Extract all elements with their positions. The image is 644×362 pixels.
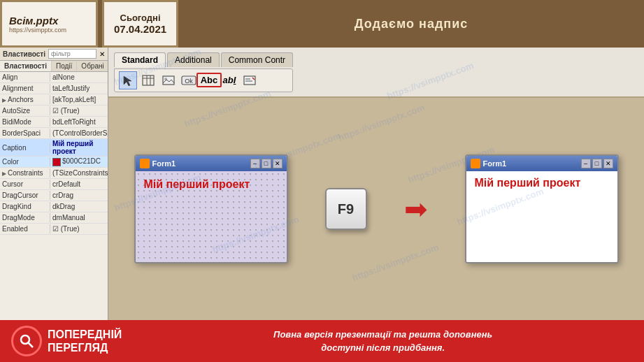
preview-label-line2: ПЕРЕГЛЯД (48, 341, 122, 354)
prop-row-caption[interactable]: Caption Мій перший проект (0, 139, 108, 157)
svg-text:Ok: Ok (185, 78, 193, 85)
form-maximize-right[interactable]: □ (592, 159, 602, 168)
form-minimize-left[interactable]: – (250, 159, 260, 168)
site-name: Всім.pptx (9, 15, 89, 27)
table-icon[interactable] (139, 71, 157, 89)
prop-row-bidimode: BidiMode bdLeftToRight (0, 117, 108, 128)
ok-button-icon[interactable]: Ok (180, 71, 198, 89)
prop-value-dragmode: dmManual (50, 213, 108, 222)
properties-label: Властивості (3, 50, 45, 58)
prop-name-color: Color (0, 157, 50, 166)
svg-rect-1 (143, 75, 154, 85)
forms-area: Form1 – □ ✕ Мій перший проект F9 ➡ (108, 98, 644, 320)
props-header: Властивості ✕ (0, 48, 108, 61)
prop-row-borderspace: BorderSpaci (TControlBorderSpaci (0, 128, 108, 139)
prop-row-cursor: Cursor crDefault (0, 179, 108, 190)
form-body-right: Мій перший проект (466, 171, 617, 262)
prop-name-borderspace: BorderSpaci (0, 129, 50, 138)
tab-selected[interactable]: Обрані (77, 61, 108, 71)
props-tabs: Властивості Події Обрані Об. (0, 61, 108, 72)
prop-value-autosize: ☑ (True) (50, 106, 108, 115)
svg-rect-5 (163, 76, 174, 85)
tab-properties[interactable]: Властивості (0, 61, 52, 71)
form-titlebar-right: Form1 – □ ✕ (466, 156, 617, 171)
abi-icon[interactable]: abI (220, 71, 238, 89)
filter-input[interactable] (48, 49, 96, 59)
abc-text: Abc (196, 73, 222, 87)
properties-panel: Властивості ✕ Властивості Події Обрані О… (0, 48, 108, 320)
prop-value-alignment: taLeftJustify (50, 84, 108, 93)
form-title-right: Form1 (483, 159, 581, 168)
header-logo: Всім.pptx https://vsimpptx.com (0, 0, 98, 48)
prop-value-cursor: crDefault (50, 180, 108, 189)
prop-name-alignment: Alignment (0, 84, 50, 93)
prop-row-dragmode: DragMode dmManual (0, 212, 108, 224)
prop-row-align: Align alNone (0, 72, 108, 83)
preview-label-line1: ПОПЕРЕДНІЙ (48, 328, 122, 341)
prop-name-anchors: ▶Anchors (0, 95, 50, 104)
prop-row-autosize: AutoSize ☑ (True) (0, 106, 108, 117)
form-minimize-right[interactable]: – (581, 159, 591, 168)
prop-value-constraints: (TSizeConstraints) (50, 168, 108, 178)
prop-row-color[interactable]: Color $000C21DC (0, 157, 108, 168)
prop-value-bidimode: bdLeftToRight (50, 117, 108, 126)
prop-name-align: Align (0, 73, 50, 82)
toolbar-tab-row: Standard Additional Common Contr (114, 52, 293, 67)
form-label-left: Мій перший проект (136, 171, 288, 198)
arrow-right-icon: ➡ (404, 195, 428, 223)
close-small-icon[interactable]: ✕ (99, 50, 105, 58)
f9-key[interactable]: F9 (325, 188, 367, 230)
footer-info-line1: Повна версія презентації та решта доповн… (133, 328, 633, 342)
header-title: Додаємо надпис (178, 0, 644, 48)
prop-value-dragcursor: crDrag (50, 191, 108, 200)
svg-marker-0 (124, 76, 131, 86)
prop-row-anchors: ▶Anchors [akTop,akLeft] (0, 94, 108, 106)
form-window-right: Form1 – □ ✕ Мій перший проект (465, 154, 619, 263)
form-btns-left: – □ ✕ (250, 159, 282, 168)
prop-name-cursor: Cursor (0, 180, 50, 189)
footer-info-line2: доступні після придбання. (133, 341, 633, 355)
search-magnify-icon (18, 333, 35, 349)
form-maximize-left[interactable]: □ (262, 159, 271, 168)
prop-name-autosize: AutoSize (0, 106, 50, 115)
today-label: Сьогодні (120, 13, 161, 23)
abc-label-icon[interactable]: Abc (200, 71, 218, 89)
svg-rect-9 (244, 76, 255, 85)
right-area: Standard Additional Common Contr (108, 48, 644, 320)
tab-common-controls[interactable]: Common Contr (221, 52, 293, 67)
preview-icon (11, 326, 42, 356)
tab-events[interactable]: Події (52, 61, 77, 71)
form-body-left: Мій перший проект (136, 171, 288, 262)
toolbar-tabs: Standard Additional Common Contr (114, 52, 293, 92)
image-icon[interactable] (159, 71, 178, 89)
prop-name-dragmode: DragMode (0, 213, 50, 222)
form-window-left: Form1 – □ ✕ Мій перший проект (134, 154, 288, 263)
form-icon-right (471, 159, 480, 168)
prop-name-enabled: Enabled (0, 224, 50, 233)
prop-value-dragkind: dkDrag (50, 202, 108, 211)
form-title-left: Form1 (152, 159, 250, 168)
abi-text: abI (223, 75, 236, 85)
tab-standard[interactable]: Standard (114, 52, 166, 67)
form-label-right: Мій перший проект (475, 177, 609, 189)
form-icon-left (140, 159, 150, 168)
prop-row-constraints: ▶Constraints (TSizeConstraints) (0, 168, 108, 179)
form-close-right[interactable]: ✕ (603, 159, 613, 168)
prop-row-dragcursor: DragCursor crDrag (0, 190, 108, 201)
preview-label: ПОПЕРЕДНІЙ ПЕРЕГЛЯД (48, 328, 122, 354)
prop-value-enabled: ☑ (True) (50, 224, 108, 233)
cursor-icon[interactable] (119, 71, 137, 89)
prop-value-align: alNone (50, 73, 108, 82)
prop-value-borderspace: (TControlBorderSpaci (50, 129, 108, 138)
prop-row-enabled: Enabled ☑ (True) (0, 224, 108, 235)
main-content: Властивості ✕ Властивості Події Обрані О… (0, 48, 644, 320)
prop-name-bidimode: BidiMode (0, 117, 50, 126)
prop-value-anchors: [akTop,akLeft] (50, 95, 108, 104)
prop-name-dragkind: DragKind (0, 202, 50, 211)
edit-icon[interactable] (241, 71, 259, 89)
tab-additional[interactable]: Additional (167, 52, 220, 67)
form-close-left[interactable]: ✕ (273, 159, 282, 168)
form-titlebar-left: Form1 – □ ✕ (136, 156, 287, 171)
toolbar-area: Standard Additional Common Contr (108, 48, 644, 98)
date-value: 07.04.2021 (114, 23, 166, 35)
